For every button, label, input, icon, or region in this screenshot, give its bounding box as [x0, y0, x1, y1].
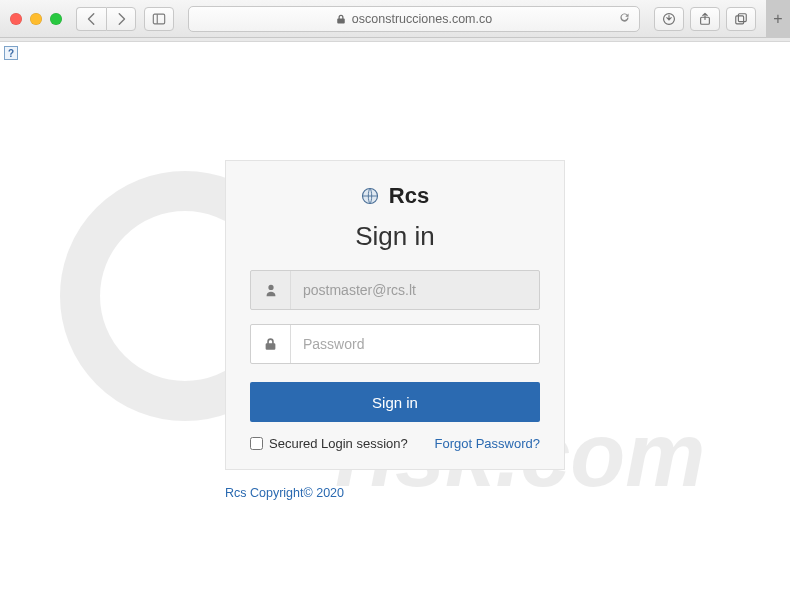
nav-back-forward	[76, 7, 136, 31]
nav-forward-button[interactable]	[106, 7, 136, 31]
downloads-button[interactable]	[654, 7, 684, 31]
broken-image-icon: ?	[4, 46, 18, 60]
secured-session-label: Secured Login session?	[269, 436, 408, 451]
signin-heading: Sign in	[250, 221, 540, 252]
password-field[interactable]	[291, 325, 539, 363]
brand-name: Rcs	[389, 183, 429, 209]
lock-icon	[264, 337, 277, 351]
plus-icon: +	[773, 10, 782, 28]
signin-button[interactable]: Sign in	[250, 382, 540, 422]
window-controls	[10, 13, 62, 25]
password-field-row	[250, 324, 540, 364]
secured-session-option[interactable]: Secured Login session?	[250, 436, 408, 451]
brand: Rcs	[250, 183, 540, 209]
chevron-right-icon	[114, 12, 128, 26]
tabs-overview-button[interactable]	[726, 7, 756, 31]
window-maximize-button[interactable]	[50, 13, 62, 25]
globe-icon	[361, 187, 379, 205]
address-url-text: osconstrucciones.com.co	[352, 12, 492, 26]
share-icon	[698, 12, 712, 26]
forgot-password-link[interactable]: Forgot Password?	[435, 436, 541, 451]
window-close-button[interactable]	[10, 13, 22, 25]
sidebar-toggle-button[interactable]	[144, 7, 174, 31]
email-field[interactable]	[291, 271, 539, 309]
login-card-wrapper: Rcs Sign in Sign in Secured Login s	[225, 160, 565, 500]
card-footer: Secured Login session? Forgot Password?	[250, 436, 540, 451]
secured-session-checkbox[interactable]	[250, 437, 263, 450]
window-minimize-button[interactable]	[30, 13, 42, 25]
address-bar[interactable]: osconstrucciones.com.co	[188, 6, 640, 32]
reload-icon	[618, 11, 631, 24]
tabs-icon	[734, 12, 748, 26]
lock-field-icon	[251, 325, 291, 363]
copyright-text: Rcs Copyright© 2020	[225, 486, 565, 500]
toolbar-right	[654, 7, 756, 31]
svg-rect-0	[153, 14, 164, 24]
reload-button[interactable]	[618, 11, 631, 27]
person-icon	[264, 283, 278, 297]
chevron-left-icon	[85, 12, 99, 26]
lock-icon	[336, 13, 346, 25]
download-icon	[662, 12, 676, 26]
user-icon	[251, 271, 291, 309]
sidebar-icon	[152, 12, 166, 26]
browser-toolbar: osconstrucciones.com.co +	[0, 0, 790, 38]
page-viewport: ? PC risk.com Rcs Sign in	[0, 42, 790, 590]
svg-rect-5	[738, 13, 746, 21]
email-field-row	[250, 270, 540, 310]
nav-back-button[interactable]	[76, 7, 106, 31]
broken-image-glyph: ?	[8, 48, 14, 59]
svg-rect-4	[736, 15, 744, 23]
login-card: Rcs Sign in Sign in Secured Login s	[225, 160, 565, 470]
share-button[interactable]	[690, 7, 720, 31]
new-tab-button[interactable]: +	[766, 0, 790, 38]
